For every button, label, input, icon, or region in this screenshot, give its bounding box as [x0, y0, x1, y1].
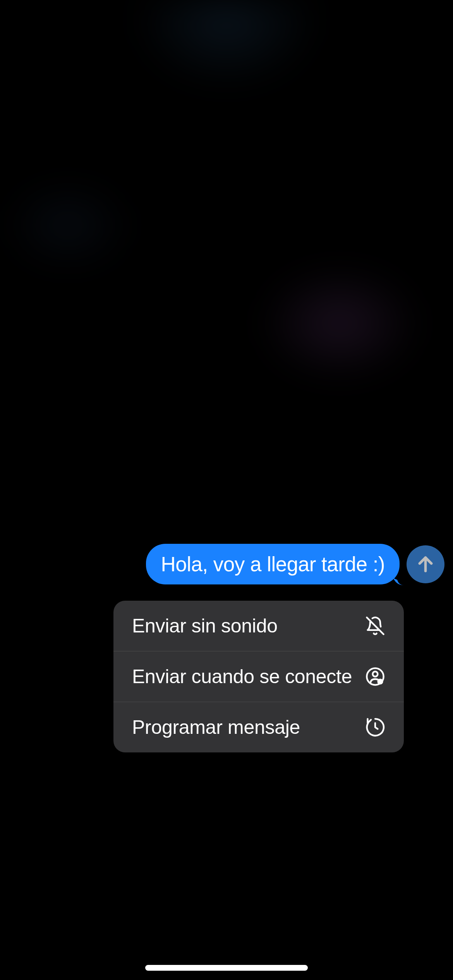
- person-online-icon: [365, 666, 385, 687]
- outgoing-message-bubble[interactable]: Hola, voy a llegar tarde :): [146, 544, 400, 584]
- menu-item-schedule-message[interactable]: Programar mensaje: [113, 702, 404, 752]
- svg-point-3: [377, 678, 383, 684]
- menu-item-label: Programar mensaje: [132, 716, 300, 738]
- send-options-menu: Enviar sin sonido Enviar cuando se conec…: [113, 601, 404, 752]
- bubble-tail: [393, 574, 404, 585]
- blurred-background: [0, 0, 453, 980]
- menu-item-send-silently[interactable]: Enviar sin sonido: [113, 601, 404, 651]
- message-row: Hola, voy a llegar tarde :): [0, 544, 453, 584]
- menu-item-label: Enviar sin sonido: [132, 615, 278, 637]
- menu-item-send-when-online[interactable]: Enviar cuando se conecte: [113, 651, 404, 702]
- send-button[interactable]: [407, 545, 444, 583]
- home-indicator[interactable]: [145, 965, 308, 971]
- clock-rotate-icon: [365, 717, 385, 737]
- message-text: Hola, voy a llegar tarde :): [161, 553, 385, 576]
- menu-item-label: Enviar cuando se conecte: [132, 665, 352, 688]
- bell-slash-icon: [365, 616, 385, 636]
- arrow-up-icon: [415, 554, 436, 574]
- svg-point-2: [373, 672, 378, 677]
